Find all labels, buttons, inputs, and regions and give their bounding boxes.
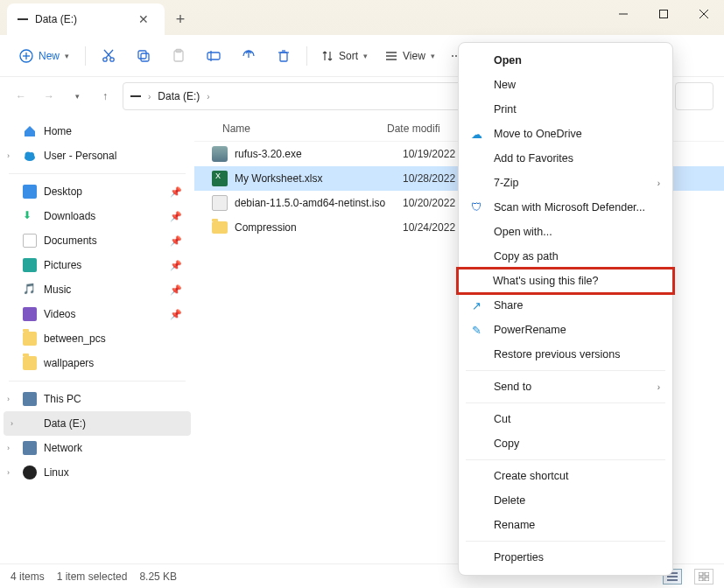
ctx-openwith[interactable]: Open with... [459,220,672,244]
new-button[interactable]: New ▾ [11,46,78,66]
sidebar-pictures[interactable]: Pictures📌 [0,253,194,277]
ctx-sendto[interactable]: Send to› [459,374,672,399]
sidebar-folder[interactable]: wallpapers [0,351,194,375]
ctx-copy[interactable]: Copy [459,431,672,456]
sort-button[interactable]: Sort ▾ [314,46,375,66]
forward-button[interactable]: → [39,86,60,107]
pin-icon: 📌 [170,284,182,296]
sidebar-label: Videos [44,308,75,320]
ctx-open[interactable]: Open [459,48,672,73]
folder-icon [23,332,37,346]
ctx-cut[interactable]: Cut [459,407,672,431]
videos-icon [23,307,37,321]
sidebar-thispc[interactable]: ›This PC [0,387,194,411]
active-tab[interactable]: Data (E:) ✕ [7,4,165,35]
sidebar-network[interactable]: ›Network [0,436,194,460]
breadcrumb-location: Data (E:) [158,90,200,102]
file-name: My Worksheet.xlsx [235,172,403,185]
sidebar-folder[interactable]: between_pcs [0,326,194,351]
recent-button[interactable]: ▾ [67,86,88,107]
share-button[interactable] [233,40,264,72]
ctx-delete[interactable]: Delete [459,488,672,513]
svg-rect-32 [705,578,709,581]
sidebar: Home › User - Personal Desktop📌 ⬇Downloa… [0,116,194,564]
share-icon: ↗ [469,298,483,312]
chevron-right-icon: › [7,444,10,452]
ctx-shortcut[interactable]: Create shortcut [459,464,672,488]
new-label: New [39,50,60,62]
sidebar-label: wallpapers [44,357,94,369]
folder-icon [23,356,37,370]
ctx-copypath[interactable]: Copy as path [459,244,672,269]
sidebar-music[interactable]: 🎵Music📌 [0,277,194,302]
svg-rect-11 [138,51,146,59]
maximize-button[interactable] [643,0,684,28]
sidebar-label: Music [44,284,71,296]
desktop-icon [23,185,37,199]
tab-title: Data (E:) [35,13,128,25]
chevron-right-icon: › [11,419,13,428]
scissors-icon [101,48,116,64]
ctx-favorites[interactable]: Add to Favorites [459,146,672,171]
svg-rect-15 [207,52,220,60]
rename-button[interactable] [198,40,229,72]
sidebar-drive[interactable]: ›Data (E:) [4,411,191,436]
ctx-7zip[interactable]: 7-Zip› [459,171,672,195]
network-icon [23,441,37,455]
sidebar-linux[interactable]: ›Linux [0,460,194,485]
chevron-right-icon: › [7,468,10,477]
svg-rect-1 [660,10,668,18]
sidebar-videos[interactable]: Videos📌 [0,302,194,326]
ctx-onedrive[interactable]: ☁Move to OneDrive [459,122,672,146]
music-icon: 🎵 [23,283,37,297]
chevron-down-icon: ▾ [431,52,435,60]
sidebar-downloads[interactable]: ⬇Downloads📌 [0,204,194,228]
pictures-icon [23,258,37,272]
ctx-powerrename[interactable]: ✎PowerRename [459,318,672,342]
drive-icon [130,95,141,97]
ctx-properties[interactable]: Properties [459,545,672,570]
ctx-print[interactable]: Print [459,97,672,122]
sidebar-label: Documents [44,234,97,247]
close-tab-icon[interactable]: ✕ [135,10,152,28]
ctx-rename[interactable]: Rename [459,513,672,537]
ctx-share[interactable]: ↗Share [459,293,672,318]
chevron-right-icon: › [148,92,151,102]
thumbnails-view-button[interactable] [694,569,713,584]
up-button[interactable]: ↑ [95,86,116,107]
sidebar-desktop[interactable]: Desktop📌 [0,179,194,204]
ctx-new[interactable]: New [459,73,672,97]
copy-button[interactable] [128,40,159,72]
pin-icon: 📌 [170,309,182,320]
excel-icon [212,171,228,186]
svg-rect-30 [705,572,709,576]
pc-icon [23,392,37,406]
sidebar-label: Pictures [44,259,81,271]
pin-icon: 📌 [170,260,182,271]
exe-icon [212,146,228,162]
new-tab-button[interactable]: + [165,4,196,35]
sidebar-label: Linux [44,466,69,479]
cut-button[interactable] [93,40,124,72]
close-button[interactable] [684,0,724,28]
back-button[interactable]: ← [11,86,32,107]
delete-button[interactable] [268,40,299,72]
svg-point-25 [29,152,34,158]
svg-rect-31 [699,578,703,581]
column-name[interactable]: Name [194,122,387,135]
sidebar-user[interactable]: › User - Personal [0,144,194,168]
search-input[interactable] [675,82,713,110]
sidebar-label: between_pcs [44,332,106,345]
rename-icon: ✎ [469,323,483,337]
minimize-button[interactable] [603,0,643,28]
chevron-right-icon: › [7,395,10,403]
ctx-whats-using[interactable]: What's using this file? [458,269,673,293]
ctx-restore[interactable]: Restore previous versions [459,342,672,367]
sidebar-documents[interactable]: Documents📌 [0,228,194,253]
ctx-defender[interactable]: 🛡Scan with Microsoft Defender... [459,195,672,220]
paste-button[interactable] [163,40,194,72]
list-icon [385,50,397,62]
view-button[interactable]: View ▾ [378,46,442,66]
sidebar-home[interactable]: Home [0,119,194,144]
svg-rect-29 [699,572,703,576]
